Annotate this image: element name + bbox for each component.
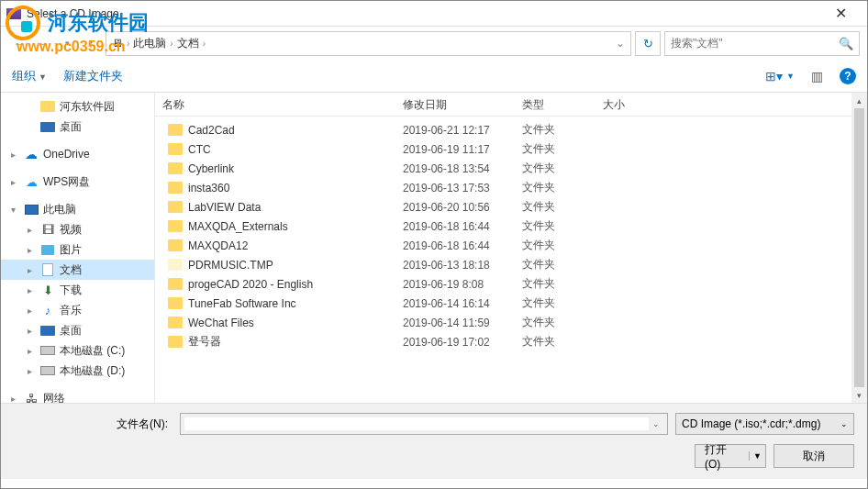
sidebar-item[interactable]: ▸桌面 bbox=[1, 320, 154, 340]
drive-icon bbox=[39, 363, 56, 378]
file-row[interactable]: MAXQDA122019-06-18 16:44文件夹 bbox=[155, 236, 867, 255]
file-type: 文件夹 bbox=[515, 161, 595, 176]
column-headers: 名称 修改日期 类型 大小 bbox=[155, 93, 867, 117]
filetype-filter[interactable]: CD Image (*.iso;*.cdr;*.dmg) ⌄ bbox=[675, 413, 854, 435]
file-type: 文件夹 bbox=[515, 315, 595, 330]
sidebar-item[interactable]: ▸图片 bbox=[1, 239, 154, 260]
cancel-button[interactable]: 取消 bbox=[773, 444, 854, 468]
expand-icon[interactable]: ▸ bbox=[23, 245, 36, 255]
folder-icon bbox=[168, 182, 183, 194]
file-row[interactable]: LabVIEW Data2019-06-20 10:56文件夹 bbox=[155, 197, 867, 217]
close-button[interactable]: ✕ bbox=[820, 4, 862, 24]
file-name-text: Cyberlink bbox=[188, 162, 234, 175]
file-date: 2019-06-19 11:17 bbox=[395, 143, 515, 156]
view-options-button[interactable]: ⊞▾▼ bbox=[765, 69, 795, 83]
sidebar-item[interactable]: ▸♪音乐 bbox=[1, 300, 154, 320]
file-list: Cad2Cad2019-06-21 12:17文件夹CTC2019-06-19 … bbox=[155, 117, 867, 403]
file-row[interactable]: Cyberlink2019-06-18 13:54文件夹 bbox=[155, 159, 867, 178]
expand-icon[interactable]: ▸ bbox=[6, 177, 19, 187]
file-row[interactable]: PDRMUSIC.TMP2019-06-13 18:18文件夹 bbox=[155, 255, 867, 274]
pic-icon bbox=[39, 242, 56, 257]
search-icon[interactable]: 🔍 bbox=[839, 37, 853, 50]
tree-label: OneDrive bbox=[43, 148, 90, 161]
column-size[interactable]: 大小 bbox=[595, 93, 660, 116]
sidebar-item[interactable]: ▸文档 bbox=[1, 260, 154, 280]
folder-icon bbox=[168, 259, 183, 271]
new-folder-button[interactable]: 新建文件夹 bbox=[63, 68, 123, 84]
search-box[interactable]: 🔍 bbox=[664, 31, 860, 56]
file-row[interactable]: CTC2019-06-19 11:17文件夹 bbox=[155, 139, 867, 159]
scrollbar[interactable]: ▴ ▾ bbox=[851, 93, 867, 403]
back-button[interactable]: ← bbox=[8, 32, 30, 54]
sidebar-item[interactable]: ▸本地磁盘 (C:) bbox=[1, 340, 154, 361]
sidebar-item[interactable]: ▸🎞视频 bbox=[1, 219, 154, 239]
sidebar-item[interactable]: ▾此电脑 bbox=[1, 199, 154, 219]
breadcrumb-dropdown[interactable]: ⌄ bbox=[616, 37, 625, 50]
breadcrumb-item[interactable]: 文档 bbox=[177, 36, 199, 51]
file-type: 文件夹 bbox=[515, 141, 595, 157]
expand-icon[interactable]: ▸ bbox=[23, 285, 36, 295]
open-dropdown[interactable]: ▼ bbox=[749, 451, 765, 461]
sidebar-item[interactable]: ▸☁OneDrive bbox=[1, 144, 154, 164]
breadcrumb[interactable]: 🖥 › 此电脑 › 文档 › ⌄ bbox=[106, 31, 631, 56]
refresh-button[interactable]: ↻ bbox=[635, 31, 661, 56]
file-name-text: Cad2Cad bbox=[188, 124, 235, 137]
filename-combo[interactable]: ⌄ bbox=[180, 413, 668, 435]
file-date: 2019-06-18 16:44 bbox=[395, 239, 515, 252]
file-row[interactable]: MAXQDA_Externals2019-06-18 16:44文件夹 bbox=[155, 217, 867, 236]
help-button[interactable]: ? bbox=[840, 68, 856, 84]
file-row[interactable]: TuneFab Software Inc2019-06-14 16:14文件夹 bbox=[155, 294, 867, 313]
file-date: 2019-06-13 17:53 bbox=[395, 182, 515, 194]
preview-pane-button[interactable]: ▥ bbox=[811, 69, 823, 83]
filename-input[interactable] bbox=[184, 417, 649, 430]
breadcrumb-item[interactable]: 此电脑 bbox=[133, 36, 166, 51]
expand-icon[interactable]: ▸ bbox=[23, 326, 36, 336]
search-input[interactable] bbox=[671, 37, 839, 50]
file-date: 2019-06-20 10:56 bbox=[395, 201, 515, 214]
tree-label: 桌面 bbox=[60, 323, 82, 339]
expand-icon[interactable]: ▸ bbox=[23, 306, 36, 316]
expand-icon[interactable]: ▸ bbox=[23, 225, 36, 235]
file-row[interactable]: progeCAD 2020 - English2019-06-19 8:08文件… bbox=[155, 274, 867, 294]
view-icon: ⊞▾ bbox=[765, 69, 783, 83]
file-type: 文件夹 bbox=[515, 295, 595, 311]
filename-dropdown[interactable]: ⌄ bbox=[649, 419, 663, 428]
forward-button: → bbox=[32, 32, 54, 54]
file-row[interactable]: Cad2Cad2019-06-21 12:17文件夹 bbox=[155, 120, 867, 139]
sidebar-item[interactable]: 桌面 bbox=[1, 117, 154, 137]
column-type[interactable]: 类型 bbox=[515, 93, 595, 116]
recent-dropdown[interactable]: ▾ bbox=[56, 32, 78, 54]
file-row[interactable]: 登号器2019-06-19 17:02文件夹 bbox=[155, 332, 867, 351]
scroll-down-button[interactable]: ▾ bbox=[851, 387, 867, 403]
scroll-up-button[interactable]: ▴ bbox=[851, 93, 867, 108]
expand-icon[interactable]: ▸ bbox=[23, 346, 36, 356]
sidebar-item[interactable]: ▸本地磁盘 (D:) bbox=[1, 361, 154, 381]
file-content: 名称 修改日期 类型 大小 Cad2Cad2019-06-21 12:17文件夹… bbox=[155, 93, 867, 403]
column-date[interactable]: 修改日期 bbox=[395, 93, 515, 116]
file-name-text: PDRMUSIC.TMP bbox=[188, 259, 273, 272]
expand-icon[interactable]: ▸ bbox=[23, 265, 36, 275]
chevron-right-icon: › bbox=[127, 39, 129, 49]
file-date: 2019-06-19 8:08 bbox=[395, 278, 515, 291]
organize-button[interactable]: 组织▼ bbox=[12, 68, 47, 84]
sidebar-item[interactable]: ▸⬇下载 bbox=[1, 280, 154, 300]
file-date: 2019-06-18 13:54 bbox=[395, 162, 515, 175]
up-button[interactable]: ↑ bbox=[80, 32, 102, 54]
file-name-text: TuneFab Software Inc bbox=[188, 297, 296, 310]
open-button[interactable]: 打开(O) ▼ bbox=[695, 444, 766, 468]
expand-icon[interactable]: ▾ bbox=[6, 205, 19, 215]
expand-icon[interactable]: ▸ bbox=[6, 150, 19, 160]
scroll-thumb[interactable] bbox=[854, 108, 864, 387]
bottom-panel: 文件名(N): ⌄ CD Image (*.iso;*.cdr;*.dmg) ⌄… bbox=[1, 403, 867, 479]
sidebar-item[interactable]: 河东软件园 bbox=[1, 96, 154, 117]
column-name[interactable]: 名称 bbox=[155, 93, 395, 116]
file-row[interactable]: insta3602019-06-13 17:53文件夹 bbox=[155, 178, 867, 197]
file-name-text: LabVIEW Data bbox=[188, 201, 261, 214]
sidebar-item[interactable]: ▸🖧网络 bbox=[1, 388, 154, 403]
tree-label: 本地磁盘 (C:) bbox=[60, 343, 125, 359]
sidebar-item[interactable]: ▸☁WPS网盘 bbox=[1, 172, 154, 192]
file-row[interactable]: WeChat Files2019-06-14 11:59文件夹 bbox=[155, 313, 867, 332]
expand-icon[interactable]: ▸ bbox=[23, 366, 36, 376]
expand-icon[interactable]: ▸ bbox=[6, 394, 19, 404]
tree-label: 下载 bbox=[60, 283, 82, 298]
